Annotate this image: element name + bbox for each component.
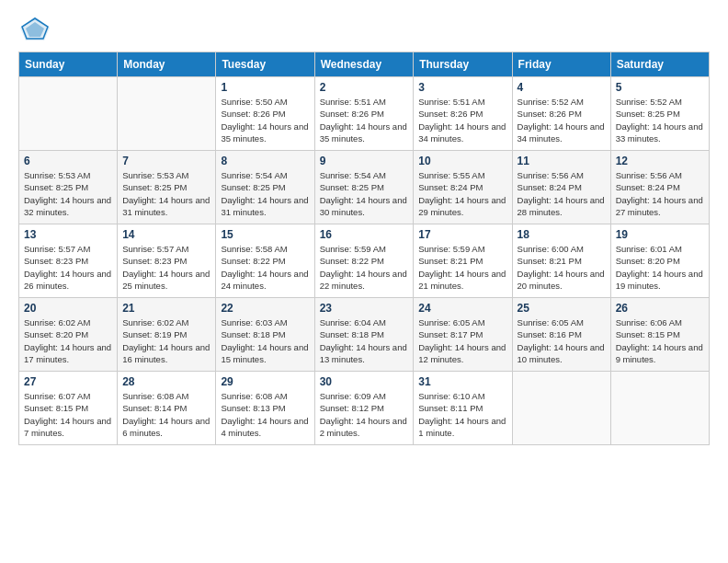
- header-cell-friday: Friday: [512, 52, 610, 77]
- day-info: Sunrise: 5:51 AM Sunset: 8:26 PM Dayligh…: [418, 96, 506, 144]
- day-number: 25: [518, 302, 606, 315]
- day-cell: 12Sunrise: 5:56 AM Sunset: 8:24 PM Dayli…: [610, 151, 709, 224]
- day-cell: 31Sunrise: 6:10 AM Sunset: 8:11 PM Dayli…: [414, 372, 512, 445]
- day-cell: 24Sunrise: 6:05 AM Sunset: 8:17 PM Dayli…: [414, 298, 512, 372]
- day-cell: 2Sunrise: 5:51 AM Sunset: 8:26 PM Daylig…: [314, 77, 414, 151]
- header-cell-wednesday: Wednesday: [314, 52, 414, 77]
- day-info: Sunrise: 5:50 AM Sunset: 8:26 PM Dayligh…: [221, 96, 309, 144]
- page-header: [18, 15, 710, 42]
- day-number: 8: [221, 155, 309, 167]
- day-cell: 16Sunrise: 5:59 AM Sunset: 8:22 PM Dayli…: [314, 224, 414, 298]
- header-cell-tuesday: Tuesday: [216, 52, 314, 77]
- day-info: Sunrise: 6:07 AM Sunset: 8:15 PM Dayligh…: [24, 390, 112, 439]
- day-info: Sunrise: 6:10 AM Sunset: 8:11 PM Dayligh…: [418, 390, 506, 439]
- day-number: 28: [122, 375, 210, 388]
- day-cell: 18Sunrise: 6:00 AM Sunset: 8:21 PM Dayli…: [512, 224, 610, 298]
- day-cell: 19Sunrise: 6:01 AM Sunset: 8:20 PM Dayli…: [610, 224, 709, 298]
- header-row: SundayMondayTuesdayWednesdayThursdayFrid…: [19, 52, 710, 77]
- day-number: 21: [122, 302, 210, 315]
- header-cell-sunday: Sunday: [19, 52, 118, 77]
- day-info: Sunrise: 5:56 AM Sunset: 8:24 PM Dayligh…: [616, 169, 704, 218]
- day-info: Sunrise: 6:08 AM Sunset: 8:13 PM Dayligh…: [221, 390, 309, 439]
- day-cell: 27Sunrise: 6:07 AM Sunset: 8:15 PM Dayli…: [19, 372, 118, 445]
- day-cell: 26Sunrise: 6:06 AM Sunset: 8:15 PM Dayli…: [610, 298, 709, 372]
- day-info: Sunrise: 5:59 AM Sunset: 8:22 PM Dayligh…: [320, 243, 409, 292]
- day-cell: 29Sunrise: 6:08 AM Sunset: 8:13 PM Dayli…: [216, 372, 314, 445]
- day-number: 13: [24, 228, 112, 241]
- header-cell-saturday: Saturday: [610, 52, 709, 77]
- day-cell: [512, 372, 610, 445]
- day-cell: 23Sunrise: 6:04 AM Sunset: 8:18 PM Dayli…: [314, 298, 414, 372]
- day-number: 3: [418, 81, 506, 94]
- day-number: 12: [616, 155, 704, 167]
- day-info: Sunrise: 6:05 AM Sunset: 8:17 PM Dayligh…: [418, 316, 506, 365]
- day-info: Sunrise: 6:08 AM Sunset: 8:14 PM Dayligh…: [122, 390, 210, 439]
- day-cell: 22Sunrise: 6:03 AM Sunset: 8:18 PM Dayli…: [216, 298, 314, 372]
- day-info: Sunrise: 6:03 AM Sunset: 8:18 PM Dayligh…: [221, 316, 309, 365]
- day-number: 5: [616, 81, 704, 94]
- day-number: 9: [320, 155, 409, 167]
- day-number: 7: [122, 155, 210, 167]
- day-cell: 3Sunrise: 5:51 AM Sunset: 8:26 PM Daylig…: [414, 77, 512, 151]
- day-info: Sunrise: 5:58 AM Sunset: 8:22 PM Dayligh…: [221, 243, 309, 292]
- day-number: 17: [418, 228, 506, 241]
- day-number: 18: [518, 228, 606, 241]
- day-number: 30: [320, 375, 409, 388]
- week-row-3: 13Sunrise: 5:57 AM Sunset: 8:23 PM Dayli…: [19, 224, 710, 298]
- day-cell: 17Sunrise: 5:59 AM Sunset: 8:21 PM Dayli…: [414, 224, 512, 298]
- day-info: Sunrise: 5:52 AM Sunset: 8:25 PM Dayligh…: [616, 96, 704, 144]
- day-info: Sunrise: 6:02 AM Sunset: 8:20 PM Dayligh…: [24, 316, 112, 365]
- day-info: Sunrise: 5:52 AM Sunset: 8:26 PM Dayligh…: [518, 96, 606, 144]
- day-cell: 15Sunrise: 5:58 AM Sunset: 8:22 PM Dayli…: [216, 224, 314, 298]
- day-cell: 9Sunrise: 5:54 AM Sunset: 8:25 PM Daylig…: [314, 151, 414, 224]
- day-cell: 8Sunrise: 5:54 AM Sunset: 8:25 PM Daylig…: [216, 151, 314, 224]
- day-number: 22: [221, 302, 309, 315]
- day-number: 20: [24, 302, 112, 315]
- logo: [18, 15, 55, 42]
- day-number: 19: [616, 228, 704, 241]
- day-cell: 6Sunrise: 5:53 AM Sunset: 8:25 PM Daylig…: [19, 151, 118, 224]
- day-info: Sunrise: 6:04 AM Sunset: 8:18 PM Dayligh…: [320, 316, 409, 365]
- day-number: 4: [518, 81, 606, 94]
- calendar-table: SundayMondayTuesdayWednesdayThursdayFrid…: [18, 52, 710, 445]
- week-row-1: 1Sunrise: 5:50 AM Sunset: 8:26 PM Daylig…: [19, 77, 710, 151]
- day-cell: [118, 77, 216, 151]
- day-info: Sunrise: 6:00 AM Sunset: 8:21 PM Dayligh…: [518, 243, 606, 292]
- header-cell-thursday: Thursday: [414, 52, 512, 77]
- logo-icon: [18, 15, 51, 42]
- day-cell: 1Sunrise: 5:50 AM Sunset: 8:26 PM Daylig…: [216, 77, 314, 151]
- day-cell: 11Sunrise: 5:56 AM Sunset: 8:24 PM Dayli…: [512, 151, 610, 224]
- day-info: Sunrise: 5:54 AM Sunset: 8:25 PM Dayligh…: [320, 169, 409, 218]
- day-info: Sunrise: 6:09 AM Sunset: 8:12 PM Dayligh…: [320, 390, 409, 439]
- day-cell: [610, 372, 709, 445]
- day-number: 26: [616, 302, 704, 315]
- day-number: 24: [418, 302, 506, 315]
- day-cell: 13Sunrise: 5:57 AM Sunset: 8:23 PM Dayli…: [19, 224, 118, 298]
- day-info: Sunrise: 5:54 AM Sunset: 8:25 PM Dayligh…: [221, 169, 309, 218]
- day-info: Sunrise: 5:59 AM Sunset: 8:21 PM Dayligh…: [418, 243, 506, 292]
- day-cell: 30Sunrise: 6:09 AM Sunset: 8:12 PM Dayli…: [314, 372, 414, 445]
- day-number: 15: [221, 228, 309, 241]
- day-number: 23: [320, 302, 409, 315]
- day-info: Sunrise: 5:51 AM Sunset: 8:26 PM Dayligh…: [320, 96, 409, 144]
- day-number: 16: [320, 228, 409, 241]
- day-cell: 7Sunrise: 5:53 AM Sunset: 8:25 PM Daylig…: [118, 151, 216, 224]
- day-cell: [19, 77, 118, 151]
- day-cell: 20Sunrise: 6:02 AM Sunset: 8:20 PM Dayli…: [19, 298, 118, 372]
- week-row-4: 20Sunrise: 6:02 AM Sunset: 8:20 PM Dayli…: [19, 298, 710, 372]
- day-info: Sunrise: 5:57 AM Sunset: 8:23 PM Dayligh…: [122, 243, 210, 292]
- day-cell: 28Sunrise: 6:08 AM Sunset: 8:14 PM Dayli…: [118, 372, 216, 445]
- day-info: Sunrise: 5:53 AM Sunset: 8:25 PM Dayligh…: [24, 169, 112, 218]
- day-number: 14: [122, 228, 210, 241]
- week-row-2: 6Sunrise: 5:53 AM Sunset: 8:25 PM Daylig…: [19, 151, 710, 224]
- day-info: Sunrise: 6:02 AM Sunset: 8:19 PM Dayligh…: [122, 316, 210, 365]
- day-info: Sunrise: 6:06 AM Sunset: 8:15 PM Dayligh…: [616, 316, 704, 365]
- day-info: Sunrise: 5:57 AM Sunset: 8:23 PM Dayligh…: [24, 243, 112, 292]
- week-row-5: 27Sunrise: 6:07 AM Sunset: 8:15 PM Dayli…: [19, 372, 710, 445]
- day-number: 11: [518, 155, 606, 167]
- day-number: 31: [418, 375, 506, 388]
- day-info: Sunrise: 6:01 AM Sunset: 8:20 PM Dayligh…: [616, 243, 704, 292]
- day-number: 2: [320, 81, 409, 94]
- day-number: 1: [221, 81, 309, 94]
- day-info: Sunrise: 5:53 AM Sunset: 8:25 PM Dayligh…: [122, 169, 210, 218]
